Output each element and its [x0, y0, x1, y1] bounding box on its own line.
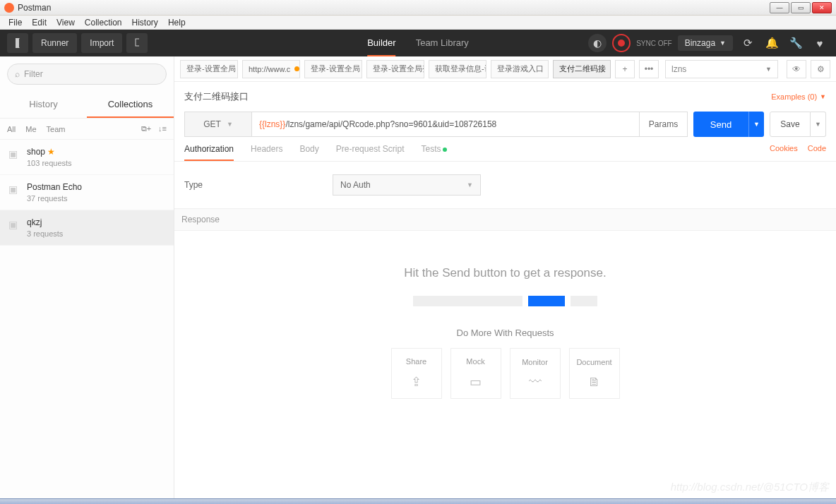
cookies-link[interactable]: Cookies — [770, 144, 798, 161]
folder-icon: ▣ — [8, 219, 20, 238]
sort-icon[interactable]: ↓≡ — [158, 124, 167, 133]
share-icon: ⇪ — [411, 374, 422, 390]
menu-edit[interactable]: Edit — [28, 16, 51, 29]
capture-icon[interactable]: ◐ — [588, 34, 607, 52]
environment-settings-icon[interactable]: ⚙ — [811, 60, 830, 78]
nav-team-library[interactable]: Team Library — [416, 30, 469, 56]
folder-icon: ▣ — [8, 184, 20, 203]
examples-dropdown[interactable]: Examples (0)▼ — [771, 92, 826, 101]
indicator-dot-icon — [443, 148, 447, 152]
menu-collection[interactable]: Collection — [80, 16, 126, 29]
card-mock[interactable]: Mock▭ — [450, 348, 501, 399]
environment-select[interactable]: lzns▼ — [665, 60, 778, 78]
url-input[interactable]: {{lzns}}/lzns/game/api/QRcode.php?sno=96… — [252, 112, 640, 137]
response-hint: Hit the Send button to get a response. — [174, 231, 836, 287]
collection-name: qkzj — [27, 217, 63, 227]
window-minimize-button[interactable]: — — [770, 2, 789, 13]
new-tab-button[interactable]: + — [126, 33, 148, 53]
sync-icon[interactable] — [612, 34, 631, 52]
request-tab[interactable]: 登录-设置全局 — [304, 60, 362, 78]
response-placeholder-graphic — [174, 296, 836, 306]
menu-help[interactable]: Help — [164, 16, 190, 29]
collection-name: Postman Echo — [27, 182, 82, 192]
code-link[interactable]: Code — [808, 144, 826, 161]
dirty-dot-icon — [294, 66, 299, 71]
menu-file[interactable]: File — [4, 16, 26, 29]
menu-view[interactable]: View — [52, 16, 79, 29]
settings-icon[interactable]: 🔧 — [787, 37, 805, 49]
collection-item[interactable]: ▣ qkzj 3 requests — [0, 210, 174, 246]
request-tab[interactable]: 支付二维码接 — [553, 60, 611, 78]
watermark: http://blog.csdn.net/@51CTO博客 — [671, 481, 829, 494]
url-variable: {{lzns}} — [259, 119, 285, 129]
menubar: File Edit View Collection History Help — [0, 16, 836, 30]
user-menu[interactable]: Binzaga▼ — [678, 35, 733, 51]
toggle-sidebar-button[interactable] — [7, 33, 28, 53]
add-tab-button[interactable]: + — [615, 60, 635, 78]
runner-button[interactable]: Runner — [32, 33, 77, 53]
window-title: Postman — [18, 3, 51, 13]
import-button[interactable]: Import — [81, 33, 122, 53]
request-tab[interactable]: 登录-设置全局变量 — [366, 60, 424, 78]
request-tab[interactable]: 获取登录信息-设置 — [429, 60, 486, 78]
request-tab[interactable]: 登录游戏入口 — [491, 60, 549, 78]
mock-icon: ▭ — [470, 374, 482, 390]
sidebar-tab-collections[interactable]: Collections — [87, 92, 174, 118]
request-tab[interactable]: http://www.c — [242, 60, 300, 78]
send-button[interactable]: Send — [693, 112, 748, 137]
refresh-icon[interactable]: ⟳ — [739, 37, 757, 49]
taskbar-edge — [0, 498, 836, 504]
window-titlebar: Postman — ▭ ✕ — [0, 0, 836, 16]
url-path: /lzns/game/api/QRcode.php?sno=9601&uid=1… — [285, 119, 496, 129]
request-name: 支付二维码接口 — [184, 90, 249, 103]
sidebar: ⌕ Filter History Collections All Me Team… — [0, 56, 174, 498]
window-maximize-button[interactable]: ▭ — [791, 2, 811, 13]
subtab-authorization[interactable]: Authorization — [184, 144, 234, 161]
sidebar-tab-history[interactable]: History — [0, 92, 87, 118]
monitor-icon: 〰 — [529, 375, 542, 390]
dirty-dot-icon — [548, 66, 549, 71]
collection-item[interactable]: ▣ Postman Echo 37 requests — [0, 175, 174, 210]
card-monitor[interactable]: Monitor〰 — [510, 348, 561, 399]
new-window-icon: + — [135, 38, 139, 48]
environment-quicklook-icon[interactable]: 👁 — [787, 60, 806, 78]
heart-icon[interactable]: ♥ — [811, 37, 829, 49]
postman-logo-icon — [4, 3, 14, 13]
request-name-row: 支付二维码接口 Examples (0)▼ — [174, 82, 836, 112]
collection-item[interactable]: ▣ shop ★ 103 requests — [0, 140, 174, 175]
method-select[interactable]: GET▼ — [184, 112, 252, 137]
new-collection-icon[interactable]: ⧉+ — [141, 124, 151, 133]
collection-name: shop — [27, 147, 45, 157]
tab-options-button[interactable]: ••• — [639, 60, 659, 78]
window-close-button[interactable]: ✕ — [812, 2, 832, 13]
app-toolbar: Runner Import + Builder Team Library ◐ S… — [0, 30, 836, 56]
notifications-icon[interactable]: 🔔 — [763, 37, 781, 49]
params-button[interactable]: Params — [640, 112, 688, 137]
sidebar-icon — [16, 38, 20, 48]
filter-all[interactable]: All — [7, 125, 16, 133]
card-document[interactable]: Document🗎 — [569, 348, 620, 399]
folder-icon: ▣ — [8, 148, 20, 167]
menu-history[interactable]: History — [128, 16, 162, 29]
send-dropdown[interactable]: ▼ — [748, 112, 764, 137]
svg-rect-2 — [136, 39, 139, 46]
subtab-headers[interactable]: Headers — [251, 144, 282, 161]
response-header: Response — [174, 208, 836, 231]
collection-count: 103 requests — [27, 159, 72, 167]
subtab-tests[interactable]: Tests — [421, 144, 447, 161]
card-share[interactable]: Share⇪ — [391, 348, 442, 399]
filter-me[interactable]: Me — [25, 125, 36, 133]
nav-builder[interactable]: Builder — [367, 30, 395, 56]
save-dropdown[interactable]: ▼ — [811, 112, 826, 137]
filter-placeholder: Filter — [24, 69, 43, 79]
auth-type-label: Type — [184, 180, 333, 190]
do-more-label: Do More With Requests — [174, 328, 836, 338]
filter-input[interactable]: ⌕ Filter — [7, 64, 167, 85]
request-tabs: 登录-设置全局 http://www.c 登录-设置全局 登录-设置全局变量 获… — [174, 56, 836, 82]
subtab-prerequest[interactable]: Pre-request Script — [336, 144, 405, 161]
save-button[interactable]: Save — [770, 112, 811, 137]
auth-type-select[interactable]: No Auth▼ — [333, 174, 481, 196]
subtab-body[interactable]: Body — [299, 144, 318, 161]
request-tab[interactable]: 登录-设置全局 — [180, 60, 238, 78]
filter-team[interactable]: Team — [47, 125, 66, 133]
